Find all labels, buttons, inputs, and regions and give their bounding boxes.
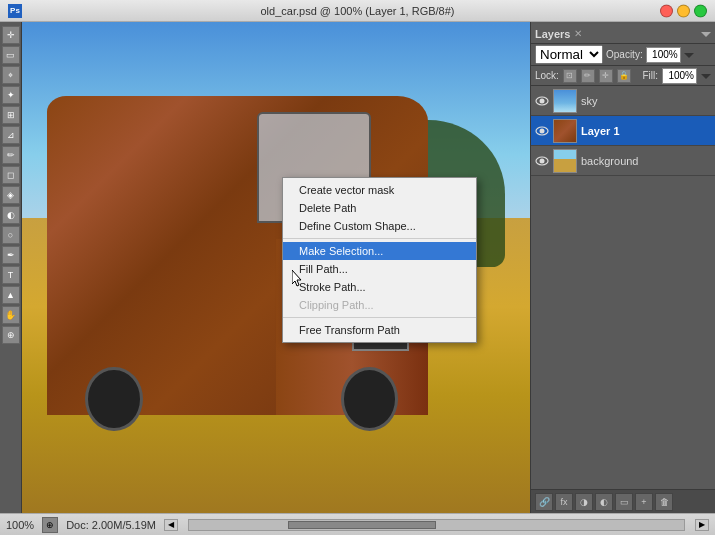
tool-paint-bucket[interactable]: ◈ [2, 186, 20, 204]
layers-header: Layers ✕ [531, 24, 715, 44]
layer-visibility-background[interactable] [535, 154, 549, 168]
layer-name-sky: sky [581, 95, 711, 107]
close-button[interactable] [660, 4, 673, 17]
right-panel: Layers ✕ Normal Multiply Screen Overlay … [530, 22, 715, 513]
svg-marker-3 [701, 74, 711, 79]
layers-menu-icon[interactable] [701, 29, 711, 39]
tool-type[interactable]: T [2, 266, 20, 284]
titlebar: Ps old_car.psd @ 100% (Layer 1, RGB/8#) [0, 0, 715, 22]
layer-row-sky[interactable]: sky [531, 86, 715, 116]
truck-wheel-rear [85, 367, 142, 431]
layer-link-button[interactable]: 🔗 [535, 493, 553, 511]
app-icon: Ps [8, 4, 22, 18]
svg-marker-1 [701, 32, 711, 37]
layer-adjust-button[interactable]: ◐ [595, 493, 613, 511]
layer-name-layer1: Layer 1 [581, 125, 711, 137]
layer-visibility-sky[interactable] [535, 94, 549, 108]
scroll-thumb[interactable] [288, 521, 436, 529]
tool-move[interactable]: ✛ [2, 26, 20, 44]
menu-item-clipping-path: Clipping Path... [283, 296, 476, 314]
tool-dodge[interactable]: ○ [2, 226, 20, 244]
lock-label: Lock: [535, 70, 559, 81]
status-icon-left[interactable]: ⊕ [42, 517, 58, 533]
lock-move-icon[interactable]: ✛ [599, 69, 613, 83]
blend-mode-select[interactable]: Normal Multiply Screen Overlay [535, 45, 603, 64]
layers-bottom-toolbar: 🔗 fx ◑ ◐ ▭ + 🗑 [531, 489, 715, 513]
menu-item-delete-path[interactable]: Delete Path [283, 199, 476, 217]
window-controls [660, 4, 707, 17]
tool-magic-wand[interactable]: ✦ [2, 86, 20, 104]
menu-item-create-vector-mask[interactable]: Create vector mask [283, 181, 476, 199]
tool-eyedropper[interactable]: ⊿ [2, 126, 20, 144]
tool-crop[interactable]: ⊞ [2, 106, 20, 124]
opacity-arrow-icon [684, 50, 694, 60]
opacity-label: Opacity: [606, 49, 643, 60]
tool-blur[interactable]: ◐ [2, 206, 20, 224]
tool-hand[interactable]: ✋ [2, 306, 20, 324]
scroll-left-arrow[interactable]: ◀ [164, 519, 178, 531]
left-toolbar: ✛ ▭ ⌖ ✦ ⊞ ⊿ ✏ ◻ ◈ ◐ ○ ✒ T ▲ ✋ ⊕ [0, 22, 22, 513]
truck-wheel-front [341, 367, 398, 431]
layers-controls: Normal Multiply Screen Overlay Opacity: [531, 44, 715, 66]
zoom-level: 100% [6, 519, 34, 531]
lock-paint-icon[interactable]: ✏ [581, 69, 595, 83]
layer-row-layer1[interactable]: Layer 1 [531, 116, 715, 146]
fill-arrow-icon [701, 71, 711, 81]
tool-zoom[interactable]: ⊕ [2, 326, 20, 344]
layer-row-background[interactable]: background [531, 146, 715, 176]
statusbar: 100% ⊕ Doc: 2.00M/5.19M ◀ ▶ [0, 513, 715, 535]
svg-point-7 [540, 128, 545, 133]
layer-name-background: background [581, 155, 711, 167]
minimize-button[interactable] [677, 4, 690, 17]
layer-new-button[interactable]: + [635, 493, 653, 511]
menu-separator-2 [283, 238, 476, 239]
layer-thumbnail-background [553, 149, 577, 173]
horizontal-scrollbar[interactable] [188, 519, 685, 531]
layer-visibility-layer1[interactable] [535, 124, 549, 138]
menu-item-free-transform-path[interactable]: Free Transform Path [283, 321, 476, 339]
scroll-right-arrow[interactable]: ▶ [695, 519, 709, 531]
layers-panel-title: Layers [535, 28, 570, 40]
layer-mask-button[interactable]: ◑ [575, 493, 593, 511]
workspace: ✛ ▭ ⌖ ✦ ⊞ ⊿ ✏ ◻ ◈ ◐ ○ ✒ T ▲ ✋ ⊕ [0, 22, 715, 513]
layers-list: skyLayer 1background [531, 86, 715, 489]
fill-input[interactable] [662, 68, 697, 84]
canvas-area[interactable]: Create vector maskDelete PathDefine Cust… [22, 22, 530, 513]
window-title: old_car.psd @ 100% (Layer 1, RGB/8#) [261, 5, 455, 17]
layer-thumbnail-layer1 [553, 119, 577, 143]
layer-thumbnail-sky [553, 89, 577, 113]
maximize-button[interactable] [694, 4, 707, 17]
tool-pen[interactable]: ✒ [2, 246, 20, 264]
menu-item-make-selection[interactable]: Make Selection... [283, 242, 476, 260]
context-menu: Create vector maskDelete PathDefine Cust… [282, 177, 477, 343]
opacity-input[interactable] [646, 47, 681, 63]
lock-transparent-icon[interactable]: ⊡ [563, 69, 577, 83]
fill-label: Fill: [642, 70, 658, 81]
tool-select[interactable]: ▭ [2, 46, 20, 64]
layers-panel: Layers ✕ Normal Multiply Screen Overlay … [531, 24, 715, 513]
menu-item-stroke-path[interactable]: Stroke Path... [283, 278, 476, 296]
menu-item-fill-path[interactable]: Fill Path... [283, 260, 476, 278]
svg-marker-2 [684, 53, 694, 58]
tool-eraser[interactable]: ◻ [2, 166, 20, 184]
menu-item-define-custom-shape[interactable]: Define Custom Shape... [283, 217, 476, 235]
tool-lasso[interactable]: ⌖ [2, 66, 20, 84]
layers-lock-row: Lock: ⊡ ✏ ✛ 🔒 Fill: [531, 66, 715, 86]
layer-group-button[interactable]: ▭ [615, 493, 633, 511]
svg-point-5 [540, 98, 545, 103]
menu-separator-6 [283, 317, 476, 318]
layer-delete-button[interactable]: 🗑 [655, 493, 673, 511]
tool-shape[interactable]: ▲ [2, 286, 20, 304]
layers-close-icon[interactable]: ✕ [574, 28, 582, 39]
svg-point-9 [540, 158, 545, 163]
lock-all-icon[interactable]: 🔒 [617, 69, 631, 83]
layer-fx-button[interactable]: fx [555, 493, 573, 511]
doc-info: Doc: 2.00M/5.19M [66, 519, 156, 531]
tool-brush[interactable]: ✏ [2, 146, 20, 164]
